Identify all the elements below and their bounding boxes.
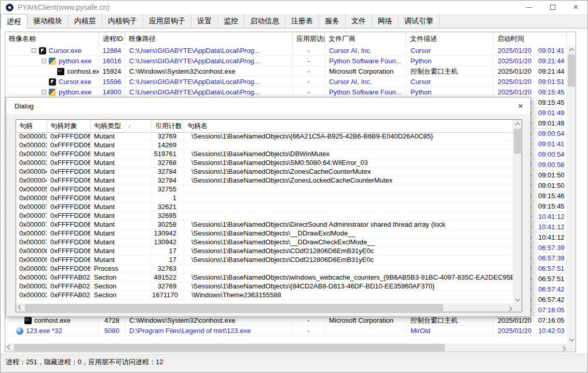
cell-image-path: C:\Users\GIGABYTE\AppData\Local\Prog... [125, 87, 293, 97]
tab-kernel-layer[interactable]: 内核层 [69, 14, 102, 28]
tab-process[interactable]: 进程 [1, 14, 28, 29]
cell-handle: 0x000007e0 [16, 238, 47, 246]
tab-user-hooks[interactable]: 应用层钩子 [143, 14, 192, 28]
start-time: 09:01:49 [538, 118, 565, 128]
column-header-handle-object[interactable]: 句柄对象 [47, 120, 91, 132]
cell-handle-type: Process [91, 265, 152, 273]
tab-debug-engine[interactable]: 调试引擎 [399, 14, 440, 28]
cell-handle: 0x00000754 [16, 220, 47, 229]
process-row[interactable]: conhost.exe4728C:\Windows\System32\conho… [5, 315, 567, 326]
tab-settings[interactable]: 设置 [192, 14, 218, 28]
cell-ref-count: 32768 [152, 159, 184, 167]
main-vertical-scrollbar[interactable] [567, 46, 576, 343]
close-button[interactable]: × [564, 1, 587, 14]
handle-row[interactable]: 0x000002b40xFFFFAB02...Section491522\Ses… [16, 273, 513, 282]
cell-handle: 0x000003d8 [16, 159, 47, 167]
tab-services[interactable]: 服务 [319, 14, 346, 28]
cell-handle-type: Mutant [91, 132, 152, 141]
column-header-ref-count[interactable]: 引用计数 [152, 120, 184, 132]
handle-row[interactable]: 0x000007240xFFFFDD06...Mutant32695 [16, 212, 513, 220]
handle-row[interactable]: 0x0000035c0xFFFFDD06...Mutant519761\Sess… [16, 150, 513, 159]
dialog-horizontal-scrollbar[interactable] [16, 303, 513, 312]
expand-toggle[interactable]: - [42, 59, 46, 63]
minimize-button[interactable] [517, 1, 541, 14]
process-row[interactable]: 123.exe *325080D:\Program Files\Legend o… [5, 326, 567, 336]
app-window: PYArkClient(www.pysafe.cn) × 进程驱动模块内核层内核… [0, 0, 588, 373]
dialog-vertical-scrollbar[interactable] [513, 120, 522, 303]
maximize-icon [550, 5, 555, 10]
dialog-scroll-up-button[interactable] [513, 120, 522, 128]
handle-row[interactable]: 0x000004e40xFFFFDD06...Mutant32784\Sessi… [16, 168, 513, 176]
column-header-process-id[interactable]: 进程ID [99, 32, 125, 46]
handle-row[interactable]: 0x000007540xFFFFDD06...Mutant30258\Sessi… [16, 220, 513, 229]
handle-row[interactable]: 0x000009000xFFFFDD06...Mutant17\Sessions… [16, 256, 513, 265]
handle-row[interactable]: 0x000007dc0xFFFFDD06...Mutant130942\Sess… [16, 229, 513, 238]
handle-row[interactable]: 0x000003d80xFFFFDD06...Mutant32768\Sessi… [16, 159, 513, 168]
handle-row[interactable]: 0x000003240xFFFFDD06...Mutant14269 [16, 141, 513, 150]
handle-row[interactable]: 0x0000038c0xFFFFDD06...Process32763 [16, 265, 513, 273]
tab-kernel-hooks[interactable]: 内核钩子 [102, 14, 143, 28]
tab-startup-info[interactable]: 启动信息 [244, 14, 285, 28]
scroll-right-button[interactable] [559, 343, 567, 352]
dialog-scroll-right-button[interactable] [505, 303, 513, 312]
handle-row[interactable]: 0x000005d00xFFFFDD06...Mutant32755 [16, 185, 513, 194]
scroll-left-button[interactable] [5, 343, 13, 352]
process-row[interactable]: -python.exe14900C:\Users\GIGABYTE\AppDat… [5, 87, 567, 98]
expand-toggle[interactable]: - [42, 90, 46, 94]
tab-registry[interactable]: 注册表 [285, 14, 319, 28]
dialog-scroll-left-button[interactable] [16, 303, 24, 312]
handle-row[interactable]: 0x000003040xFFFFAB02...Section1671170\Wi… [16, 291, 513, 300]
cell-user-access: - [293, 66, 325, 76]
column-header-handle[interactable]: 句柄 [16, 120, 47, 132]
handle-row[interactable]: 0x000007e00xFFFFDD06...Mutant130942\Sess… [16, 238, 513, 247]
process-row[interactable]: conhost.exe15924C:\Windows\System32\conh… [5, 66, 567, 77]
tab-network[interactable]: 网络 [372, 14, 399, 28]
handle-row[interactable]: 0x000002ec0xFFFFDD06...Mutant32769\Sessi… [16, 132, 513, 141]
cell-file-description: Python [406, 56, 494, 66]
column-header-image-name[interactable]: 映像名称 [5, 32, 99, 46]
dialog-scroll-down-button[interactable] [513, 295, 522, 303]
cell-ref-count: 32784 [152, 176, 184, 185]
expand-toggle[interactable]: - [32, 48, 36, 53]
maximize-button[interactable] [541, 1, 564, 14]
process-row[interactable]: -Cursor.exe12884C:\Users\GIGABYTE\AppDat… [5, 46, 567, 56]
process-row[interactable]: -python.exe16016C:\Users\GIGABYTE\AppDat… [5, 56, 567, 66]
main-horizontal-scrollbar[interactable] [5, 343, 567, 352]
tab-files[interactable]: 文件 [346, 14, 372, 28]
handle-row[interactable]: 0x000007140xFFFFDD06...Mutant32621 [16, 203, 513, 212]
handle-row[interactable]: 0x000002f00xFFFFAB02...Section32769\Sess… [16, 282, 513, 291]
start-time: 09:01:49 [538, 108, 565, 118]
handle-row[interactable]: 0x000008280xFFFFDD06...Mutant17\Sessions… [16, 247, 513, 256]
scroll-down-button[interactable] [567, 335, 576, 343]
cell-start-time: 2025/01/2009:21:44 [494, 56, 567, 66]
chevron-right-icon [560, 346, 566, 351]
process-row[interactable]: Cursor.exe15596C:\Users\GIGABYTE\AppData… [5, 77, 567, 87]
chevron-up-icon [569, 48, 574, 53]
handle-row[interactable]: 0x000005d80xFFFFDD06...Mutant1 [16, 194, 513, 203]
process-table-header: 映像名称进程ID映像路径应用层访问文件厂商文件描述启动时间 [5, 32, 576, 46]
tab-driver-modules[interactable]: 驱动模块 [28, 14, 69, 28]
dialog-title-bar[interactable]: Dialog × [6, 98, 530, 114]
column-header-file-description[interactable]: 文件描述 [406, 32, 494, 46]
cell-handle-object: 0xFFFFDD06... [47, 185, 91, 194]
start-time: 10:42:03 [538, 326, 565, 336]
column-header-handle-type[interactable]: 句柄类型∕ [91, 120, 152, 132]
tab-monitor[interactable]: 监控 [218, 14, 244, 28]
handle-row[interactable]: 0x000004e80xFFFFDD06...Mutant32784\Sessi… [16, 176, 513, 185]
horizontal-scroll-thumb[interactable] [14, 344, 445, 351]
cell-start-time: 2025/01/2009:01:41 [494, 46, 567, 56]
scroll-up-button[interactable] [567, 46, 576, 54]
column-header-start-time[interactable]: 启动时间 [494, 32, 567, 46]
column-header-handle-name[interactable]: 句柄名 [184, 120, 513, 132]
column-header-file-vendor[interactable]: 文件厂商 [325, 32, 406, 46]
cell-user-access: - [293, 46, 325, 56]
column-header-user-access[interactable]: 应用层访问 [293, 32, 325, 46]
dialog-close-button[interactable]: × [518, 102, 523, 110]
cell-handle-name: \Sessions\1\BaseNamedObjects\DBWinMutex [184, 150, 513, 158]
column-header-image-path[interactable]: 映像路径 [125, 32, 293, 46]
vertical-scroll-thumb[interactable] [568, 54, 575, 87]
dialog-horizontal-scroll-thumb[interactable] [25, 304, 443, 311]
cell-image-name: -Cursor.exe [5, 46, 99, 56]
cell-handle: 0x000005d0 [16, 185, 47, 194]
dialog-vertical-scroll-thumb[interactable] [514, 129, 521, 154]
